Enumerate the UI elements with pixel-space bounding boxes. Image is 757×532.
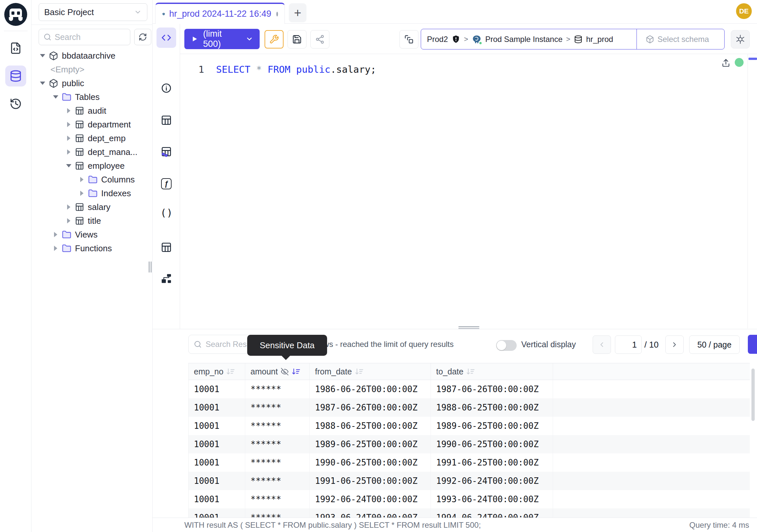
pane-resize-handle[interactable] [458,326,479,329]
rail-history-button[interactable] [5,93,26,114]
caret-right-icon[interactable] [66,218,71,223]
caret-down-icon[interactable] [66,164,71,168]
rail-worksheet-button[interactable] [5,38,26,59]
cell[interactable]: 1993-06-24T00:00:00Z [431,490,553,508]
table-row[interactable]: 10001 ****** 1991-06-25T00:00:00Z 1992-0… [189,472,750,490]
sort-icon[interactable] [466,367,475,376]
rail-databases-button[interactable] [5,66,26,86]
cell[interactable]: 10001 [189,454,245,472]
caret-right-icon[interactable] [66,149,71,155]
caret-right-icon[interactable] [79,191,84,196]
schema-diagram-panel-icon[interactable] [161,273,172,284]
share-sheet-button[interactable] [310,30,329,48]
sort-icon-active[interactable] [292,367,301,376]
tab-hr-prod[interactable]: hr_prod 2024-11-22 16:49 [155,3,285,24]
save-sheet-button[interactable] [288,30,307,48]
cell[interactable]: 1987-06-26T00:00:00Z [431,380,553,398]
cell[interactable]: 1991-06-25T00:00:00Z [310,472,431,490]
cell[interactable]: 1990-06-25T00:00:00Z [310,454,431,472]
cell-masked[interactable]: ****** [245,417,310,435]
connection-breadcrumb[interactable]: Prod2 > Prod Sample Instance > hr_prod S… [421,29,725,49]
cell-masked[interactable]: ****** [245,380,310,398]
sidebar-search[interactable] [39,29,130,45]
upload-sql-icon[interactable] [721,58,731,68]
table-row[interactable]: 10001 ****** 1990-06-25T00:00:00Z 1991-0… [189,454,750,472]
cell-masked[interactable]: ****** [245,398,310,417]
caret-right-icon[interactable] [79,177,84,182]
table-row[interactable]: 10001 ****** 1992-06-24T00:00:00Z 1993-0… [189,490,750,508]
tree-item-dept-manager[interactable]: dept_mana... [31,145,151,159]
cell[interactable]: 1988-06-25T00:00:00Z [310,417,431,435]
avatar[interactable]: DE [736,3,752,19]
project-selector[interactable]: Basic Project [39,3,147,21]
cell[interactable]: 1989-06-25T00:00:00Z [310,435,431,454]
caret-right-icon[interactable] [53,246,58,251]
tree-item-public[interactable]: public [31,76,151,90]
page-number-input[interactable] [615,336,641,354]
table-row[interactable]: 10001 ****** 1988-06-25T00:00:00Z 1989-0… [189,417,750,435]
tree-item-indexes[interactable]: Indexes [31,186,151,200]
schema-selector[interactable]: Select schema [640,35,718,44]
procedures-panel-icon[interactable]: () [161,207,173,218]
caret-down-icon[interactable] [40,54,45,57]
cell[interactable]: 1986-06-26T00:00:00Z [310,380,431,398]
prev-page-button[interactable] [592,335,611,354]
results-scrollbar[interactable] [751,368,755,421]
worksheet-panel-button[interactable] [157,27,176,48]
cell[interactable]: 10001 [189,417,245,435]
tree-item-audit[interactable]: audit [31,104,151,118]
caret-right-icon[interactable] [66,108,71,113]
cell[interactable]: 10001 [189,380,245,398]
sidebar-search-input[interactable] [55,32,120,42]
next-page-button[interactable] [665,335,684,354]
cell[interactable]: 10001 [189,398,245,417]
export-button[interactable] [748,335,757,354]
tree-item-bbdataarchive[interactable]: bbdataarchive [31,49,151,63]
external-tables-panel-icon[interactable] [161,242,172,253]
tree-item-views[interactable]: Views [31,228,151,241]
page-number-box[interactable] [615,335,642,354]
cell[interactable]: 10001 [189,472,245,490]
vertical-display-toggle[interactable] [496,340,517,351]
eye-off-icon[interactable] [281,367,289,376]
tree-item-tables[interactable]: Tables [31,90,151,104]
cell[interactable]: 1992-06-24T00:00:00Z [310,490,431,508]
tree-item-functions[interactable]: Functions [31,241,151,255]
tree-item-columns[interactable]: Columns [31,172,151,186]
cell[interactable]: 10001 [189,490,245,508]
caret-down-icon[interactable] [40,81,45,85]
cell[interactable]: 10001 [189,435,245,454]
cell-masked[interactable]: ****** [245,454,310,472]
caret-right-icon[interactable] [66,122,71,127]
sql-editor[interactable]: 1 SELECT * FROM public.salary; [180,54,757,329]
tree-item-dept-emp[interactable]: dept_emp [31,131,151,145]
tree-item-title[interactable]: title [31,214,151,228]
functions-panel-icon[interactable]: ƒ [161,178,171,189]
cell-masked[interactable]: ****** [245,490,310,508]
cell[interactable]: 1988-06-25T00:00:00Z [431,398,553,417]
new-tab-button[interactable]: + [289,3,307,22]
table-row[interactable]: 10001 ****** 1989-06-25T00:00:00Z 1990-0… [189,435,750,454]
cell[interactable]: 1992-06-24T00:00:00Z [431,472,553,490]
cell-masked[interactable]: ****** [245,435,310,454]
tree-item-department[interactable]: department [31,118,151,131]
caret-right-icon[interactable] [66,136,71,141]
tables-panel-icon[interactable] [161,115,172,126]
refresh-schema-button[interactable] [134,29,151,45]
column-header-to-date[interactable]: to_date [431,363,553,380]
column-header-from-date[interactable]: from_date [310,363,431,380]
bytebase-logo[interactable] [4,3,27,26]
format-sql-button[interactable] [264,30,284,48]
table-row[interactable]: 10001 ****** 1987-06-26T00:00:00Z 1988-0… [189,398,750,417]
editor-scrollbar-gutter[interactable] [747,54,748,329]
sort-icon[interactable] [226,367,235,376]
caret-right-icon[interactable] [66,204,71,210]
caret-right-icon[interactable] [53,232,58,237]
tree-item-employee[interactable]: employee [31,159,151,172]
cell[interactable]: 1990-06-25T00:00:00Z [431,435,553,454]
column-header-emp-no[interactable]: emp_no [189,363,245,380]
tree-item-salary[interactable]: salary [31,200,151,214]
batch-query-button[interactable] [400,30,418,48]
run-query-button[interactable]: (limit 500) [184,29,260,49]
cell-masked[interactable]: ****** [245,472,310,490]
